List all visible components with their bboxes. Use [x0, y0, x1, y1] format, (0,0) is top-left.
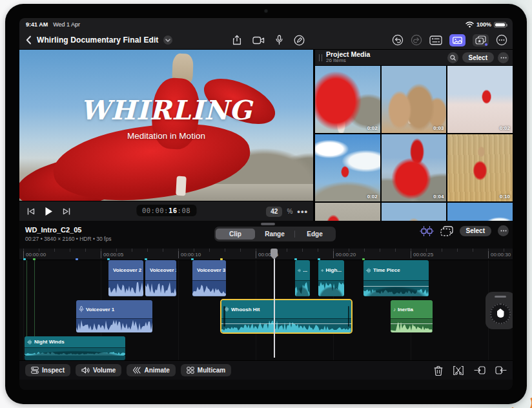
mode-clip[interactable]: Clip [216, 229, 255, 240]
media-thumbnail[interactable] [447, 203, 513, 221]
project-title[interactable]: Whirling Documentary Final Edit [37, 36, 158, 45]
project-media-header: Project Media 26 Items Select [315, 50, 513, 65]
media-thumbnail[interactable]: 0:02 [315, 66, 380, 133]
video-viewer[interactable]: WHIRLING Meditation in Motion [19, 50, 313, 201]
split-clip-icon[interactable] [453, 365, 464, 376]
next-frame-icon[interactable] [63, 208, 70, 215]
front-camera [264, 9, 268, 13]
timecode-seconds: 16 [169, 207, 178, 214]
previous-frame-icon[interactable] [27, 208, 35, 215]
viewer-zoom-unit: % [287, 208, 292, 215]
title-overlay: WHIRLING [19, 95, 313, 126]
ruler-label: 00:00:20 [333, 251, 356, 258]
trim-handle-right[interactable] [348, 306, 350, 327]
connect-clip-icon[interactable] [440, 226, 453, 236]
clip-duration: 0:04 [433, 194, 444, 199]
viewer-more-icon[interactable]: ••• [297, 207, 308, 216]
snapping-icon[interactable] [420, 226, 434, 236]
clip-whoosh-hit-selected[interactable]: Whoosh Hit [220, 299, 353, 334]
clip-night-winds-fade [25, 356, 125, 360]
clip-voiceover-2[interactable]: Voiceover 2 [145, 260, 176, 296]
media-thumbnail[interactable]: 0:10 [447, 134, 513, 201]
search-icon[interactable] [447, 52, 458, 63]
timeline-project-name: WD_Intro_C2_05 [25, 226, 81, 234]
clip-duration: 0:10 [500, 194, 510, 199]
battery-icon [494, 22, 506, 28]
share-icon[interactable] [232, 35, 241, 45]
battery-percent: 100% [476, 21, 491, 28]
ruler-label: 00:00:10 [178, 251, 201, 258]
panel-item-count: 26 Items [326, 58, 370, 63]
ruler-label: 00:00:25 [411, 251, 433, 258]
inspect-button[interactable]: Inspect [25, 364, 70, 376]
clip-high[interactable]: High... [318, 260, 344, 296]
camera-icon[interactable] [252, 36, 265, 45]
playhead-line[interactable] [274, 258, 275, 358]
mode-edge[interactable]: Edge [295, 229, 334, 240]
volume-button[interactable]: Volume [76, 364, 121, 376]
delete-icon[interactable] [434, 365, 443, 376]
trim-handle-left[interactable] [223, 306, 225, 327]
timeline-toolbar: Inspect Volume Animate Multicam [19, 360, 513, 380]
titles-effects-icon[interactable] [473, 34, 489, 46]
media-select-button[interactable]: Select [462, 52, 494, 63]
clip-inertia[interactable]: ♪Inertia [391, 300, 433, 332]
title-chevron-down-icon[interactable] [163, 36, 172, 45]
undo-icon[interactable] [392, 34, 404, 46]
media-thumbnail[interactable]: 0:04 [382, 134, 447, 201]
status-date: Wed 1 Apr [53, 21, 80, 28]
back-icon[interactable] [26, 36, 32, 45]
timecode-display[interactable]: 00:00:16:08 [136, 205, 196, 216]
titles-badge-dot [485, 43, 487, 46]
jog-wheel[interactable] [486, 292, 513, 329]
clip-voiceover-1[interactable]: Voiceover 1 [76, 300, 152, 332]
dancer-legs [176, 176, 187, 196]
ruler-label: 00:00:05 [101, 251, 123, 258]
clip-duration: 0:02 [367, 194, 378, 199]
media-more-icon[interactable] [498, 52, 509, 63]
clip-night-winds[interactable]: Night Winds [25, 336, 125, 356]
transport-bar: 00:00:16:08 42 % ••• [19, 201, 313, 221]
ruler-label: 00:00:00 [23, 251, 46, 258]
jog-handle[interactable] [495, 296, 506, 298]
mode-range[interactable]: Range [255, 229, 294, 240]
more-icon[interactable] [496, 34, 507, 46]
final-cut-pro-screen: 9:41 AM Wed 1 Apr 100% [19, 18, 513, 390]
app-toolbar: Whirling Documentary Final Edit [19, 31, 513, 50]
project-media-panel: Project Media 26 Items Select 0:0 [315, 50, 513, 221]
media-thumbnail[interactable]: 0:03 [382, 66, 447, 133]
media-thumbnail[interactable] [382, 203, 447, 221]
media-thumbnail[interactable] [315, 203, 380, 221]
animate-button[interactable]: Animate [127, 364, 175, 376]
edit-mode-segmented-control: Clip Range Edge [214, 227, 336, 241]
edge-marker [23, 258, 26, 260]
media-browser-icon[interactable] [449, 34, 466, 46]
clip-time-piece[interactable]: Time Piece [363, 260, 429, 296]
marketing-background: 9:41 AM Wed 1 Apr 100% [0, 0, 532, 408]
viewer-zoom-value[interactable]: 42 [266, 207, 282, 217]
edge-marker [76, 258, 78, 260]
multicam-button[interactable]: Multicam [181, 364, 231, 376]
insert-clip-icon[interactable] [474, 365, 486, 375]
status-bar: 9:41 AM Wed 1 Apr 100% [19, 18, 513, 31]
timeline-select-button[interactable]: Select [460, 226, 491, 236]
pencil-tool-icon[interactable] [294, 35, 305, 46]
media-thumbnail[interactable]: 0:02 [315, 134, 380, 201]
timecode-frames: :08 [178, 207, 190, 214]
clip-sfx-truncated[interactable]: ... [295, 260, 310, 296]
status-time: 9:41 AM [26, 21, 48, 28]
clip-voiceover-2[interactable]: Voiceover 2 [108, 260, 143, 296]
media-thumbnail[interactable]: 0:02 [447, 66, 513, 133]
panel-drag-handle[interactable] [319, 54, 322, 61]
clip-voiceover-3[interactable]: Voiceover 3 [192, 260, 226, 296]
browser-list-icon[interactable] [429, 36, 442, 45]
timeline-lanes[interactable]: Voiceover 2 Voiceover 2 Voiceover 3 ... [19, 260, 513, 360]
play-icon[interactable] [45, 207, 53, 216]
timeline-ruler[interactable]: 00:00:00 00:00:05 00:00:10 00:00:15 00:0… [19, 249, 513, 260]
microphone-icon[interactable] [276, 35, 283, 45]
timeline-project-info: 00:27 • 3840 × 2160 • HDR • 30 fps [25, 236, 111, 242]
timeline-more-icon[interactable] [498, 225, 509, 236]
subtitle-overlay: Meditation in Motion [19, 131, 313, 141]
timeline-resize-handle[interactable] [261, 223, 275, 225]
overwrite-clip-icon[interactable] [495, 365, 507, 375]
